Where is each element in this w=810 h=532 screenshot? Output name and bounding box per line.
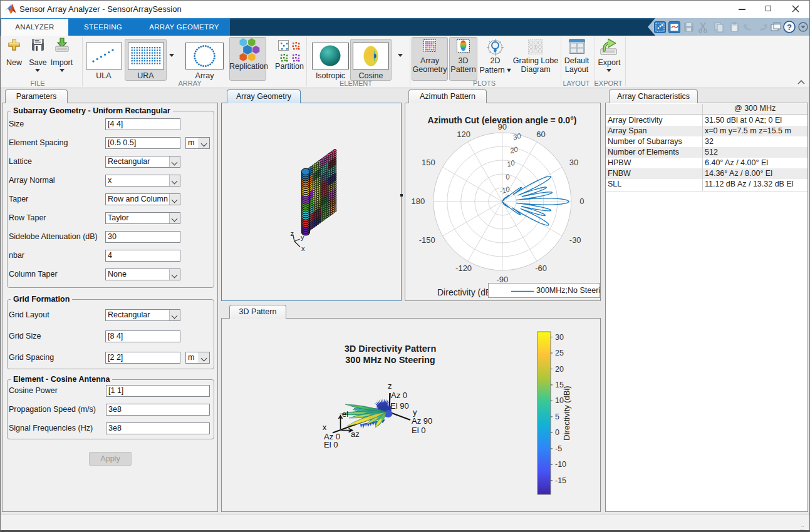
svg-text:5: 5 [555,412,559,421]
svg-text:El 90: El 90 [390,401,409,411]
svg-text:Az 0: Az 0 [391,391,407,400]
svg-text:0: 0 [555,428,559,437]
svg-text:El 0: El 0 [412,426,425,435]
svg-text:-5: -5 [555,444,562,453]
svg-text:el: el [342,409,348,419]
svg-text:-60: -60 [535,263,547,273]
svg-text:-10: -10 [555,460,566,469]
svg-text:-120: -120 [455,263,472,273]
svg-text:3D Directivity Pattern: 3D Directivity Pattern [345,344,437,354]
svg-text:x: x [301,245,305,252]
svg-text:30: 30 [555,333,564,342]
svg-text:180: 180 [412,197,425,206]
svg-text:-15: -15 [555,476,566,485]
svg-text:z: z [388,381,392,391]
svg-text:Az 90: Az 90 [412,416,432,426]
svg-text:y: y [301,233,304,241]
svg-text:300 MHz No Steering: 300 MHz No Steering [345,355,435,365]
svg-text:-150: -150 [419,235,435,245]
svg-text:120: 120 [457,130,470,139]
svg-text:90: 90 [498,122,507,131]
svg-text:60: 60 [536,130,545,139]
svg-text:El 0: El 0 [324,440,338,449]
svg-text:30: 30 [569,158,578,167]
svg-text:y: y [413,407,417,417]
svg-text:0: 0 [579,197,584,206]
svg-text:Directivity (dBi): Directivity (dBi) [562,386,571,440]
svg-text:x: x [323,422,327,432]
svg-text:150: 150 [422,158,435,167]
svg-text:20: 20 [555,365,564,374]
svg-text:-30: -30 [569,235,581,245]
svg-text:?: ? [787,23,792,32]
svg-text:25: 25 [555,349,564,357]
svg-text:z: z [291,230,294,237]
